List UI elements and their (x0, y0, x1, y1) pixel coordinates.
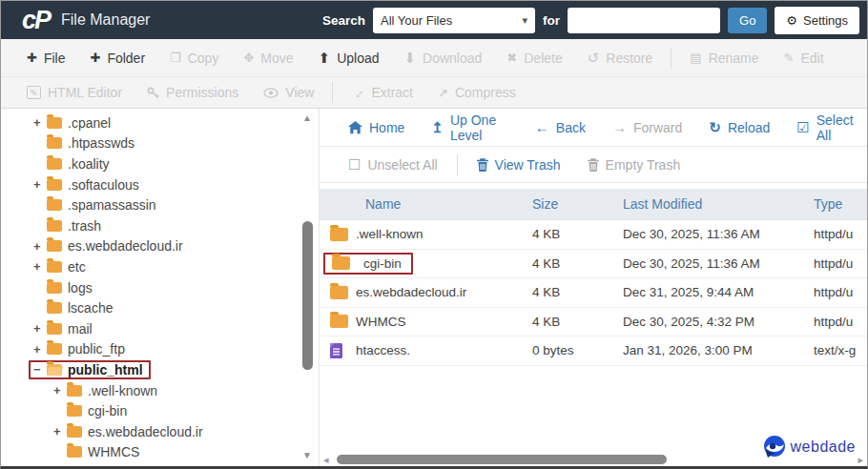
column-header-size[interactable]: Size (532, 196, 623, 212)
tree-item-well-known[interactable]: +.well-known (1, 380, 319, 401)
tree-item-htpasswds[interactable]: .htpasswds (1, 133, 319, 154)
scroll-up-icon[interactable]: ▲ (302, 112, 312, 123)
tree-item-spamassassin[interactable]: .spamassassin (1, 194, 319, 215)
html-editor-button[interactable]: ✎HTML Editor (14, 85, 134, 100)
select-all-button[interactable]: ☑Select All (783, 112, 867, 143)
tree-item-public-ftp[interactable]: +public_ftp (1, 339, 319, 360)
folder-icon (67, 426, 82, 438)
tree-item-lscache[interactable]: lscache (1, 297, 319, 318)
horizontal-scrollbar[interactable]: ◂ ▸ (323, 453, 863, 465)
move-button[interactable]: ✥Move (231, 51, 305, 66)
home-button[interactable]: Home (335, 120, 418, 135)
copy-label: Copy (188, 51, 219, 66)
table-row-whmcs[interactable]: WHMCS 4 KB Dec 30, 2025, 4:32 PM httpd/u (320, 308, 867, 337)
view-trash-button[interactable]: View Trash (464, 157, 574, 173)
settings-button[interactable]: ⚙Settings (775, 7, 859, 34)
expand-icon[interactable]: + (33, 259, 47, 274)
reload-button[interactable]: ↻Reload (695, 120, 783, 135)
forward-button[interactable]: →Forward (599, 120, 695, 135)
header-bar: cP File Manager Search All Your Files ▾ … (1, 1, 867, 39)
up-one-level-label: Up One Level (450, 112, 508, 143)
expand-icon[interactable]: + (33, 239, 47, 254)
toolbar-divider (332, 82, 333, 103)
copy-button[interactable]: ❐Copy (157, 51, 231, 66)
scroll-right-icon[interactable]: ▸ (858, 454, 863, 466)
edit-button[interactable]: ✎Edit (772, 51, 837, 66)
tree-item-es-webdadecloud-sub[interactable]: +es.webdadecloud.ir (1, 421, 319, 442)
file-name: .well-known (356, 227, 532, 241)
up-one-level-button[interactable]: ↥Up One Level (418, 112, 521, 143)
column-header-name[interactable]: Name (356, 196, 532, 212)
tree-item-etc[interactable]: +etc (1, 256, 319, 277)
tree-item-label: es.webdadecloud.ir (68, 238, 183, 254)
tree-item-logs[interactable]: logs (1, 277, 319, 298)
home-label: Home (369, 120, 404, 135)
table-row-well-known[interactable]: .well-known 4 KB Dec 30, 2025, 11:36 AM … (320, 220, 867, 250)
folder-label: Folder (107, 51, 145, 66)
upload-button[interactable]: ⬆Upload (306, 51, 392, 66)
tree-item-trash[interactable]: .trash (1, 215, 319, 236)
tree-item-cpanel[interactable]: +.cpanel (1, 112, 319, 133)
search-input[interactable] (568, 8, 720, 33)
folder-icon (47, 240, 62, 252)
tree-item-mail[interactable]: +mail (1, 318, 319, 339)
tree-item-label: .trash (68, 218, 101, 234)
view-trash-label: View Trash (495, 157, 561, 173)
search-scope-select[interactable]: All Your Files ▾ (373, 8, 535, 33)
tree-item-label: public_html (68, 362, 143, 377)
scroll-left-icon[interactable]: ◂ (323, 454, 329, 466)
view-button[interactable]: View (251, 85, 326, 100)
go-button[interactable]: Go (728, 8, 767, 33)
tree-item-public-html[interactable]: −public_html (1, 359, 319, 380)
file-modified: Jan 31, 2026, 3:00 PM (623, 343, 814, 357)
home-icon (348, 121, 362, 134)
table-row-htaccess[interactable]: htaccess. 0 bytes Jan 31, 2026, 3:00 PM … (320, 336, 867, 366)
file-manager-window: cP File Manager Search All Your Files ▾ … (0, 0, 868, 469)
extract-icon: ↔ (348, 82, 368, 102)
move-icon: ✥ (243, 51, 254, 64)
folder-icon (47, 199, 62, 211)
file-list-panel: Home ↥Up One Level ←Back →Forward ↻Reloa… (320, 109, 867, 468)
download-button[interactable]: ⬇Download (392, 51, 495, 66)
collapse-icon[interactable]: − (33, 362, 47, 377)
empty-trash-button[interactable]: Empty Trash (574, 157, 694, 173)
horizontal-scrollbar-thumb[interactable] (337, 455, 667, 464)
restore-button[interactable]: ↺Restore (575, 51, 666, 66)
download-label: Download (423, 51, 482, 66)
folder-icon (67, 405, 82, 417)
tree-item-koality[interactable]: .koality (1, 153, 319, 174)
back-button[interactable]: ←Back (522, 120, 599, 135)
file-button[interactable]: ✚File (14, 51, 77, 66)
rename-button[interactable]: ▤Rename (677, 51, 771, 66)
tree-item-whmcs[interactable]: WHMCS (1, 442, 319, 463)
tree-item-es-webdadecloud[interactable]: +es.webdadecloud.ir (1, 236, 319, 257)
tree-item-cgi-bin[interactable]: cgi-bin (1, 400, 319, 421)
vertical-scrollbar-thumb[interactable] (302, 221, 313, 370)
folder-tree-sidebar: +.cpanel .htpasswds .koality +.softaculo… (1, 109, 320, 468)
column-header-modified[interactable]: Last Modified (623, 196, 814, 212)
unselect-all-button[interactable]: ☐Unselect All (335, 157, 451, 173)
delete-button[interactable]: ✖Delete (494, 51, 574, 66)
expand-icon[interactable]: + (53, 383, 67, 398)
expand-icon[interactable]: + (33, 177, 47, 192)
table-row-es-webdadecloud[interactable]: es.webdadecloud.ir 4 KB Dec 31, 2025, 9:… (320, 278, 867, 308)
folder-button[interactable]: ✚Folder (77, 51, 157, 66)
extract-button[interactable]: ↔Extract (339, 85, 425, 100)
expand-icon[interactable]: + (33, 342, 47, 357)
red-highlight-box: −public_html (29, 360, 151, 379)
view-label: View (285, 85, 314, 100)
scroll-down-icon[interactable]: ▼ (302, 450, 312, 460)
column-header-type[interactable]: Type (814, 196, 867, 212)
permissions-button[interactable]: Permissions (134, 85, 251, 100)
compress-button[interactable]: ↗Compress (425, 85, 528, 100)
tree-item-label: .koality (68, 156, 110, 172)
tree-item-softaculous[interactable]: +.softaculous (1, 174, 319, 195)
expand-icon[interactable]: + (33, 115, 47, 130)
chevron-down-icon: ▾ (522, 14, 527, 27)
html-editor-label: HTML Editor (48, 85, 122, 100)
expand-icon[interactable]: + (53, 424, 67, 438)
table-row-cgi-bin[interactable]: cgi-bin 4 KB Dec 30, 2025, 11:36 AM http… (320, 250, 867, 279)
expand-icon[interactable]: + (33, 321, 47, 336)
folder-icon (47, 323, 62, 335)
reload-icon: ↻ (709, 120, 721, 134)
